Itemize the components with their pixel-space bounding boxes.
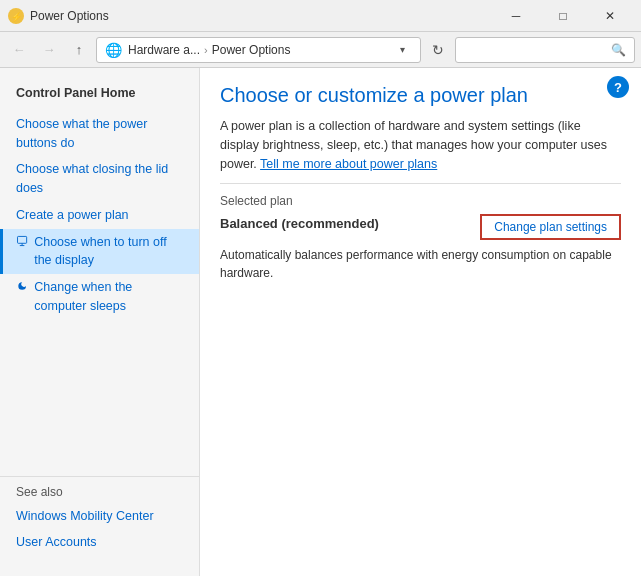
main-layout: Control Panel Home Choose what the power… [0,68,641,576]
app-icon: ⚡ [8,8,24,24]
help-button[interactable]: ? [607,76,629,98]
close-button[interactable]: ✕ [587,0,633,32]
selected-plan-label: Selected plan [220,194,621,208]
refresh-button[interactable]: ↻ [425,37,451,63]
sidebar-item-user-accounts[interactable]: User Accounts [16,529,183,556]
sidebar-label-create-plan: Create a power plan [16,206,129,225]
maximize-button[interactable]: □ [540,0,586,32]
sidebar-label-user-accounts: User Accounts [16,533,97,552]
breadcrumb: Hardware a... › Power Options [128,43,386,57]
see-also-title: See also [16,485,183,499]
sidebar: Control Panel Home Choose what the power… [0,68,200,576]
change-plan-button[interactable]: Change plan settings [480,214,621,240]
sidebar-item-power-buttons[interactable]: Choose what the power buttons do [0,111,199,157]
sidebar-item-turn-off-display[interactable]: Choose when to turn off the display [0,229,199,275]
address-dropdown-btn[interactable]: ▾ [392,44,412,55]
content-area: ? Choose or customize a power plan A pow… [200,68,641,576]
plan-name: Balanced (recommended) [220,216,379,231]
sidebar-label-power-buttons: Choose what the power buttons do [16,115,183,153]
monitor-icon [16,233,28,249]
forward-button[interactable]: → [36,37,62,63]
window-title: Power Options [30,9,493,23]
up-button[interactable]: ↑ [66,37,92,63]
search-icon: 🔍 [611,43,626,57]
sidebar-label-turn-off-display: Choose when to turn off the display [34,233,183,271]
sidebar-item-computer-sleeps[interactable]: Change when the computer sleeps [0,274,199,320]
moon-icon [16,278,28,294]
address-bar: ← → ↑ 🌐 Hardware a... › Power Options ▾ … [0,32,641,68]
svg-rect-2 [18,236,27,243]
sidebar-item-create-plan[interactable]: Create a power plan [0,202,199,229]
divider [220,183,621,184]
sidebar-label-closing-lid: Choose what closing the lid does [16,160,183,198]
learn-more-link[interactable]: Tell me more about power plans [260,157,437,171]
page-title: Choose or customize a power plan [220,84,621,107]
plan-description: Automatically balances performance with … [220,246,621,282]
sidebar-label-computer-sleeps: Change when the computer sleeps [34,278,183,316]
breadcrumb-part1: Hardware a... [128,43,200,57]
title-bar: ⚡ Power Options ─ □ ✕ [0,0,641,32]
sidebar-home[interactable]: Control Panel Home [0,80,199,107]
back-button[interactable]: ← [6,37,32,63]
globe-icon: 🌐 [105,42,122,58]
breadcrumb-sep: › [204,44,208,56]
breadcrumb-part2: Power Options [212,43,291,57]
sidebar-label-mobility-center: Windows Mobility Center [16,507,154,526]
sidebar-item-mobility-center[interactable]: Windows Mobility Center [16,503,183,530]
sidebar-item-closing-lid[interactable]: Choose what closing the lid does [0,156,199,202]
address-input[interactable]: 🌐 Hardware a... › Power Options ▾ [96,37,421,63]
svg-text:⚡: ⚡ [11,11,23,23]
content-description: A power plan is a collection of hardware… [220,117,621,173]
minimize-button[interactable]: ─ [493,0,539,32]
see-also-section: See also Windows Mobility Center User Ac… [0,476,199,565]
plan-row: Balanced (recommended) Change plan setti… [220,216,621,240]
search-box[interactable]: 🔍 [455,37,635,63]
window-controls: ─ □ ✕ [493,0,633,32]
